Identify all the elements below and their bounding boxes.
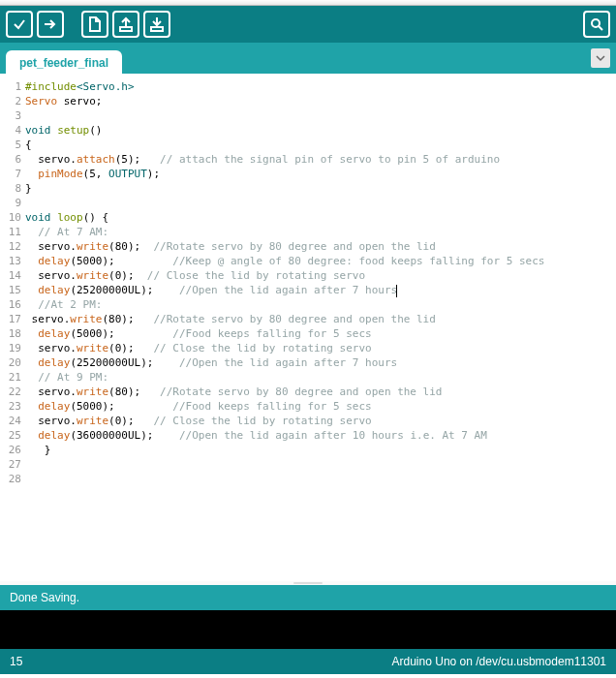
line-number: 18 (0, 326, 21, 341)
code-line[interactable]: servo.write(80); //Rotate servo by 80 de… (25, 239, 616, 254)
line-number: 26 (0, 443, 21, 457)
code-line[interactable]: void setup() (25, 123, 616, 138)
arrow-right-icon (43, 16, 58, 32)
line-number: 16 (0, 297, 21, 312)
line-number: 4 (0, 123, 21, 138)
code-line[interactable] (25, 472, 616, 486)
code-line[interactable]: delay(25200000UL); //Open the lid again … (25, 355, 616, 370)
status-bar: Done Saving. (0, 585, 616, 610)
line-number: 19 (0, 341, 21, 355)
code-editor[interactable]: 1234567891011121314151617181920212223242… (0, 74, 616, 581)
code-line[interactable]: //At 2 PM: (25, 297, 616, 312)
code-line[interactable]: delay(25200000UL); //Open the lid again … (25, 283, 616, 297)
code-line[interactable]: Servo servo; (25, 94, 616, 108)
code-line[interactable]: void loop() { (25, 210, 616, 225)
line-number: 13 (0, 254, 21, 268)
code-line[interactable]: delay(5000); //Keep @ angle of 80 degree… (25, 254, 616, 268)
open-button[interactable] (112, 11, 139, 38)
check-icon (12, 16, 27, 32)
footer-bar: 15 Arduino Uno on /dev/cu.usbmodem11301 (0, 649, 616, 674)
svg-rect-2 (120, 27, 132, 31)
line-number: 22 (0, 385, 21, 399)
line-number: 11 (0, 225, 21, 239)
line-number: 5 (0, 138, 21, 152)
console-output[interactable] (0, 610, 616, 649)
line-number: 3 (0, 108, 21, 123)
line-number: 23 (0, 399, 21, 414)
magnifier-icon (589, 16, 604, 32)
arrow-down-icon (149, 16, 165, 32)
code-line[interactable]: delay(5000); //Food keeps falling for 5 … (25, 326, 616, 341)
line-number: 12 (0, 239, 21, 254)
new-button[interactable] (81, 11, 108, 38)
line-gutter: 1234567891011121314151617181920212223242… (0, 77, 21, 581)
code-line[interactable]: delay(5000); //Food keeps falling for 5 … (25, 399, 616, 414)
status-message: Done Saving. (10, 591, 79, 604)
code-line[interactable]: servo.write(0); // Close the lid by rota… (25, 414, 616, 428)
line-number: 14 (0, 268, 21, 283)
line-number: 10 (0, 210, 21, 225)
cursor-line: 15 (10, 655, 22, 668)
serial-monitor-button[interactable] (583, 11, 610, 38)
code-line[interactable]: servo.write(0); // Close the lid by rota… (25, 268, 616, 283)
svg-line-7 (599, 26, 602, 30)
line-number: 9 (0, 196, 21, 210)
save-button[interactable] (143, 11, 170, 38)
line-number: 8 (0, 181, 21, 196)
toolbar (0, 6, 616, 43)
code-line[interactable] (25, 457, 616, 472)
file-icon (87, 16, 103, 32)
chevron-down-icon (596, 53, 605, 63)
line-number: 1 (0, 79, 21, 94)
svg-point-6 (592, 19, 600, 27)
line-number: 27 (0, 457, 21, 472)
line-number: 24 (0, 414, 21, 428)
code-line[interactable]: // At 7 AM: (25, 225, 616, 239)
arrow-up-icon (118, 16, 134, 32)
code-area[interactable]: #include<Servo.h>Servo servo; void setup… (21, 77, 616, 581)
code-line[interactable]: // At 9 PM: (25, 370, 616, 385)
code-line[interactable]: { (25, 138, 616, 152)
tab-menu-button[interactable] (591, 48, 610, 68)
line-number: 21 (0, 370, 21, 385)
tab-bar: pet_feeder_final (0, 43, 616, 74)
code-line[interactable]: #include<Servo.h> (25, 79, 616, 94)
code-line[interactable] (25, 108, 616, 123)
line-number: 15 (0, 283, 21, 297)
svg-rect-4 (151, 27, 163, 31)
code-line[interactable]: } (25, 181, 616, 196)
line-number: 7 (0, 167, 21, 181)
line-number: 28 (0, 472, 21, 486)
tab-sketch[interactable]: pet_feeder_final (6, 50, 122, 74)
upload-button[interactable] (37, 11, 64, 38)
code-line[interactable]: pinMode(5, OUTPUT); (25, 167, 616, 181)
code-line[interactable] (25, 196, 616, 210)
code-line[interactable]: servo.write(0); // Close the lid by rota… (25, 341, 616, 355)
code-line[interactable]: delay(36000000UL); //Open the lid again … (25, 428, 616, 443)
line-number: 17 (0, 312, 21, 326)
code-line[interactable]: servo.write(80); //Rotate servo by 80 de… (25, 385, 616, 399)
code-line[interactable]: } (25, 443, 616, 457)
board-port: Arduino Uno on /dev/cu.usbmodem11301 (392, 655, 606, 668)
line-number: 6 (0, 152, 21, 167)
line-number: 20 (0, 355, 21, 370)
line-number: 25 (0, 428, 21, 443)
verify-button[interactable] (6, 11, 33, 38)
line-number: 2 (0, 94, 21, 108)
code-line[interactable]: servo.write(80); //Rotate servo by 80 de… (25, 312, 616, 326)
code-line[interactable]: servo.attach(5); // attach the signal pi… (25, 152, 616, 167)
